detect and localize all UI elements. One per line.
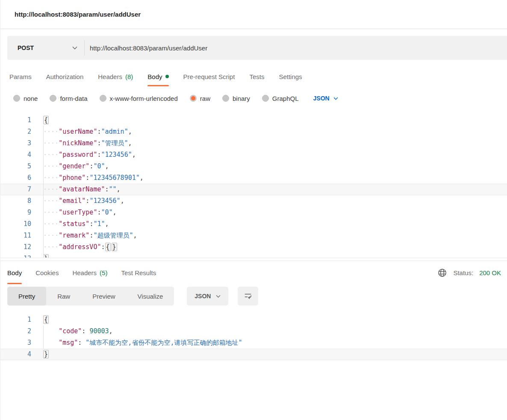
code-line[interactable]: 5····"gender":"0",	[0, 161, 507, 172]
body-type-label: GraphQL	[272, 95, 299, 102]
body-type-label: binary	[233, 95, 250, 102]
code-line-content: ····"email":"123456",	[43, 195, 507, 207]
code-line[interactable]: 7····"avatarName":"",	[0, 184, 507, 195]
wrap-text-icon	[243, 292, 253, 300]
request-body-editor[interactable]: 1{2····"userName":"admin",3····"nickName…	[0, 112, 507, 258]
line-number: 2	[0, 126, 31, 138]
line-number: 7	[0, 184, 31, 195]
code-line[interactable]: 4}	[0, 349, 507, 360]
method-dropdown[interactable]: POST	[7, 36, 84, 60]
response-tab-body[interactable]: Body	[7, 261, 22, 284]
tab-label: Params	[9, 73, 32, 80]
body-type-binary[interactable]: binary	[222, 95, 250, 102]
tab-label: Settings	[279, 73, 302, 80]
code-line[interactable]: 3 "msg": "城市不能为空,省份不能为空,请填写正确的邮箱地址"	[0, 337, 507, 349]
code-line[interactable]: 12····"addressVO":{}	[0, 241, 507, 253]
request-tab-params[interactable]: Params	[9, 67, 32, 86]
line-number: 12	[0, 241, 31, 253]
response-body-editor[interactable]: 1{2 "code": 90003,3 "msg": "城市不能为空,省份不能为…	[0, 311, 507, 364]
line-number: 3	[0, 138, 31, 149]
tab-label: Tests	[249, 73, 264, 80]
code-line[interactable]: 1{	[0, 314, 507, 326]
tab-label: Pre-request Script	[183, 73, 235, 80]
response-tabs: BodyCookiesHeaders(5)Test Results	[7, 261, 156, 284]
response-section: BodyCookiesHeaders(5)Test Results Status…	[0, 261, 507, 364]
response-tab-cookies[interactable]: Cookies	[35, 261, 59, 284]
response-language-label: JSON	[195, 293, 211, 300]
code-line-content: {	[43, 314, 507, 326]
request-tab-settings[interactable]: Settings	[279, 67, 302, 86]
code-line[interactable]: 13}	[0, 253, 507, 258]
code-line-content: ····"status":"1",	[43, 218, 507, 230]
code-line-content: "code": 90003,	[43, 326, 507, 337]
view-mode-pretty[interactable]: Pretty	[7, 287, 46, 305]
tab-label: Cookies	[35, 269, 59, 276]
request-tabs: ParamsAuthorizationHeaders(8)BodyPre-req…	[0, 67, 507, 86]
code-line[interactable]: 8····"email":"123456",	[0, 195, 507, 207]
tab-label: Authorization	[46, 73, 84, 80]
request-language-label: JSON	[313, 95, 330, 102]
view-mode-visualize[interactable]: Visualize	[127, 287, 174, 305]
response-language-dropdown[interactable]: JSON	[187, 287, 228, 305]
radio-icon	[100, 95, 106, 102]
request-tab-pre-request-script[interactable]: Pre-request Script	[183, 67, 235, 86]
status-value: 200 OK	[479, 269, 501, 276]
code-line-content: ····"phone":"12345678901",	[43, 172, 507, 184]
radio-icon	[262, 95, 269, 102]
body-type-graphql[interactable]: GraphQL	[262, 95, 299, 102]
wrap-text-button[interactable]	[238, 287, 258, 305]
code-line-content: ····"userType":"0",	[43, 207, 507, 218]
code-line[interactable]: 6····"phone":"12345678901",	[0, 172, 507, 184]
code-line[interactable]: 3····"nickName":"管理员",	[0, 138, 507, 149]
code-line[interactable]: 2····"userName":"admin",	[0, 126, 507, 138]
view-mode-raw[interactable]: Raw	[46, 287, 81, 305]
unsaved-changes-dot-icon	[165, 75, 169, 78]
method-label: POST	[18, 44, 34, 51]
body-type-x-www-form-urlencoded[interactable]: x-www-form-urlencoded	[100, 95, 178, 102]
request-tab-body[interactable]: Body	[147, 67, 168, 86]
line-number: 1	[0, 314, 31, 326]
response-status-area: Status: 200 OK	[437, 261, 501, 284]
view-mode-group: PrettyRawPreviewVisualize	[7, 287, 174, 305]
chevron-down-icon	[72, 46, 77, 50]
url-input[interactable]: http://localhost:8083/param/user/addUser	[85, 36, 507, 60]
request-tab-tests[interactable]: Tests	[249, 67, 264, 86]
tab-count-badge: (8)	[125, 73, 133, 80]
body-type-label: x-www-form-urlencoded	[110, 95, 178, 102]
code-line-content: ····"password":"123456",	[43, 149, 507, 161]
body-type-label: raw	[200, 95, 210, 102]
body-type-none[interactable]: none	[13, 95, 38, 102]
line-number: 10	[0, 218, 31, 230]
line-number: 13	[0, 253, 31, 258]
request-tab-authorization[interactable]: Authorization	[46, 67, 84, 86]
response-tab-headers[interactable]: Headers(5)	[72, 261, 107, 284]
radio-icon	[190, 95, 197, 102]
tab-label: Body	[147, 73, 162, 80]
code-line-content: }	[43, 349, 507, 360]
url-bar: POST http://localhost:8083/param/user/ad…	[7, 36, 507, 60]
status-label: Status:	[453, 269, 473, 276]
title-bar: http://localhost:8083/param/user/addUser	[0, 0, 507, 29]
body-type-form-data[interactable]: form-data	[50, 95, 87, 102]
tab-label: Headers	[72, 269, 97, 276]
code-line[interactable]: 11····"remark":"超级管理员",	[0, 230, 507, 241]
chevron-down-icon	[333, 97, 338, 100]
code-line[interactable]: 1{	[0, 115, 507, 126]
response-toolbar: PrettyRawPreviewVisualize JSON	[7, 287, 507, 305]
body-type-label: none	[24, 95, 38, 102]
line-number: 4	[0, 149, 31, 161]
code-line[interactable]: 10····"status":"1",	[0, 218, 507, 230]
request-language-dropdown[interactable]: JSON	[313, 95, 338, 102]
view-mode-preview[interactable]: Preview	[81, 287, 126, 305]
postman-app: http://localhost:8083/param/user/addUser…	[0, 0, 507, 420]
code-line-content: "msg": "城市不能为空,省份不能为空,请填写正确的邮箱地址"	[43, 337, 507, 349]
body-type-label: form-data	[60, 95, 87, 102]
request-tab-headers[interactable]: Headers(8)	[98, 67, 133, 86]
line-number: 6	[0, 172, 31, 184]
code-line[interactable]: 4····"password":"123456",	[0, 149, 507, 161]
code-line[interactable]: 2 "code": 90003,	[0, 326, 507, 337]
code-line[interactable]: 9····"userType":"0",	[0, 207, 507, 218]
response-tab-test-results[interactable]: Test Results	[121, 261, 156, 284]
line-number: 11	[0, 230, 31, 241]
body-type-raw[interactable]: raw	[190, 95, 210, 102]
